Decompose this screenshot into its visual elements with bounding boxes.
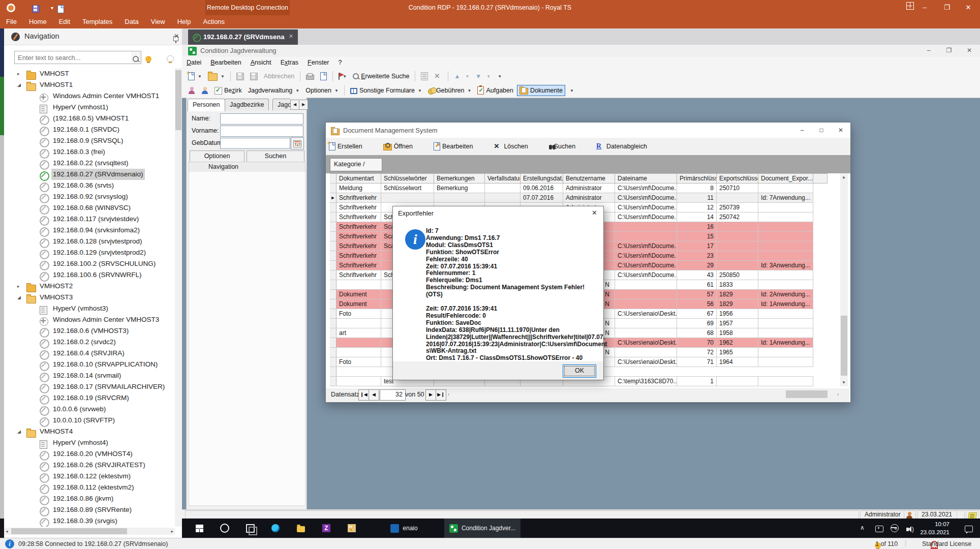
toolbar-folder-doc[interactable]: Dokumente <box>517 85 565 96</box>
toolbar-binoculars[interactable]: Suchen <box>546 141 578 151</box>
toolbar-abbrechen[interactable]: Abbrechen <box>261 71 297 81</box>
tree-item[interactable]: 192.168.0.27 (SRVdmsenaio) <box>4 169 174 180</box>
tree-item[interactable]: 192.168.0.129 (srvjvtestprod2) <box>4 247 174 258</box>
group-by-kategorie[interactable]: Kategorie / <box>330 158 382 171</box>
taskbar-cortana[interactable] <box>213 518 236 538</box>
dms-scroll-left-icon[interactable]: ‹ <box>448 392 449 397</box>
tree-item[interactable]: 192.168.100.2 (SRVSCHULUNG) <box>4 258 174 269</box>
column-header[interactable]: Verfallsdatum <box>485 173 520 184</box>
toolbar-adv-search[interactable]: Erweiterte Suche <box>350 71 412 81</box>
search-button[interactable] <box>131 51 141 64</box>
tree-item[interactable]: 192.168.0.122 (ektestvm) <box>4 471 174 482</box>
ribbon-tab-view[interactable]: View <box>145 15 171 28</box>
toolbar-save-alt[interactable] <box>248 71 260 82</box>
column-header[interactable]: Benutzername <box>563 173 615 184</box>
nav-vscroll-thumb[interactable] <box>175 70 181 130</box>
column-header[interactable]: Exportschlüssel <box>717 173 758 184</box>
tree-item[interactable]: 192.168.0.94 (srvksinfoma2) <box>4 225 174 236</box>
app-minimize-button[interactable]: – <box>919 45 938 56</box>
toolbar-book[interactable]: Sonstige Formulare▼ <box>348 85 424 96</box>
tree-item[interactable]: ◢ VMHOST3 <box>4 292 174 303</box>
scroll-left-icon[interactable]: ◂ <box>6 529 8 534</box>
app-menu-extras[interactable]: Extras <box>276 57 303 68</box>
toolbar-jagdverwaltung[interactable]: Jagdverwaltung▼ <box>246 85 302 96</box>
tree-item[interactable]: ◢ VMHOST1 <box>4 79 174 90</box>
toolbar-button[interactable]: ▼ <box>566 87 576 95</box>
toolbar-open-folder[interactable]: ▼ <box>205 71 227 82</box>
tab-jagdbezirke[interactable]: Jagdbezirke <box>225 99 269 110</box>
toolbar-folder-search[interactable]: Öffnen <box>381 141 415 152</box>
tree-item[interactable]: 192.168.0.6 (VMHOST3) <box>4 325 174 337</box>
scroll-right-icon[interactable]: ▸ <box>171 529 173 534</box>
tray-rdp-icon[interactable] <box>875 526 883 532</box>
tree-item[interactable]: HyperV (vmhost3) <box>4 303 174 314</box>
toolbar-arrow-down[interactable]: ▼▼ <box>473 71 493 82</box>
tab-personen[interactable]: Personen <box>188 99 225 111</box>
quick-save-icon[interactable] <box>32 5 40 13</box>
dms-vscroll-thumb[interactable] <box>841 316 847 376</box>
tree-item[interactable]: Windows Admin Center VMHOST3 <box>4 314 174 325</box>
minimize-button[interactable]: – <box>914 1 935 14</box>
toolbar-check-pad[interactable]: Bezirk <box>212 85 244 96</box>
column-header[interactable]: Bemerkungen <box>434 173 485 184</box>
app-menu-?[interactable]: ? <box>333 57 346 68</box>
toolbar-doc-new[interactable]: Erstellen <box>326 141 365 152</box>
table-row[interactable]: MeldungSchlüsselwortBemerkung09.06.2016A… <box>330 184 843 193</box>
panel-close-icon[interactable]: ✕ <box>174 33 179 40</box>
dms-horizontal-scrollbar[interactable]: ‹ › <box>446 390 840 399</box>
tree-expander-icon[interactable]: ◢ <box>17 292 24 303</box>
quick-newdoc-icon[interactable] <box>57 5 64 13</box>
tree-item[interactable]: 192.168.0.10 (SRVAPPLICATION) <box>4 359 174 370</box>
app-close-button[interactable]: ✕ <box>960 45 979 56</box>
toolbar-doc-edit[interactable]: Bearbeiten <box>431 141 475 152</box>
tree-item[interactable]: 192.168.0.9 (SRVSQL) <box>4 135 174 146</box>
tab-jagdgenossen[interactable]: Jagdgenossen <box>272 99 290 110</box>
maximize-button[interactable]: ❐ <box>936 1 958 14</box>
toolbar-print-preview[interactable] <box>318 71 329 82</box>
table-row[interactable]: ►Schriftverkehr07.07.2016AdministratorC:… <box>330 193 843 203</box>
tree-item[interactable]: ◢ VMHOST4 <box>4 426 174 437</box>
tree-item[interactable]: 192.168.0.117 (srvjvtestdev) <box>4 214 174 225</box>
tree-item[interactable]: HyperV (vmhost4) <box>4 437 174 448</box>
tree-item[interactable]: 192.168.0.20 (VMHOST4) <box>4 448 174 460</box>
dms-close-button[interactable]: ✕ <box>832 123 849 137</box>
ribbon-tab-data[interactable]: Data <box>118 15 144 28</box>
tree-item[interactable]: 192.168.0.4 (SRVJIRA) <box>4 348 174 359</box>
form-navigation-list[interactable] <box>189 172 305 506</box>
toolbar-print[interactable] <box>303 71 317 81</box>
toolbar-flag[interactable]: ▼ <box>336 71 349 81</box>
tree-item[interactable]: 192.168.0.26 (SRVJIRATEST) <box>4 460 174 471</box>
tree-item[interactable]: 192.168.0.92 (srvsyslog) <box>4 191 174 202</box>
nav-vertical-scrollbar[interactable] <box>175 68 182 527</box>
tree-item[interactable]: 192.168.0.68 (WIN8VSC) <box>4 202 174 214</box>
toolbar-person-blue[interactable] <box>199 85 211 96</box>
tree-item[interactable]: 192.168.0.14 (srvmail) <box>4 370 174 381</box>
taskbar-pattern-app[interactable] <box>341 518 363 538</box>
app-menu-ansicht[interactable]: Ansicht <box>246 57 276 68</box>
toolbar-x-black[interactable]: ✕Löschen <box>491 141 530 152</box>
tree-item[interactable]: 192.168.0.128 (srvjvtestprod) <box>4 236 174 247</box>
ribbon-tab-actions[interactable]: Actions <box>197 15 231 28</box>
tree-expander-icon[interactable]: ◢ <box>17 426 24 437</box>
dms-scroll-down-icon[interactable]: ▼ <box>842 380 846 385</box>
ribbon-tab-templates[interactable]: Templates <box>76 15 118 28</box>
tree-expander-icon[interactable]: ◢ <box>17 79 24 90</box>
taskbar-enaio[interactable]: enaio <box>366 518 442 539</box>
suchen-button[interactable]: Suchen <box>247 150 304 163</box>
column-header[interactable]: Schlüsselwörter <box>381 173 434 184</box>
toolbar-arrow-up[interactable]: ▲▼ <box>451 71 472 82</box>
taskbar-clock[interactable]: 10:07 23.03.2021 <box>909 520 950 536</box>
optionen-button[interactable]: Optionen <box>190 150 244 163</box>
taskbar-start-button[interactable] <box>188 518 210 538</box>
session-tab[interactable]: 192.168.0.27 (SRVdmsenaio) ✕ <box>188 29 298 45</box>
ribbon-tab-file[interactable]: File <box>0 15 23 28</box>
tray-chevron-icon[interactable]: ∧ <box>860 524 868 532</box>
action-center-button[interactable] <box>965 524 973 533</box>
column-header[interactable]: Dateiname <box>615 173 677 184</box>
app-menu-datei[interactable]: Datei <box>182 57 206 68</box>
toolbar-button[interactable]: ▼ <box>494 73 504 80</box>
app-menu-fenster[interactable]: Fenster <box>303 57 333 68</box>
taskbar-purple-app[interactable]: Z <box>315 518 338 538</box>
dms-minimize-button[interactable]: – <box>793 123 811 137</box>
tree-item[interactable]: 192.168.0.3 (frei) <box>4 146 174 158</box>
